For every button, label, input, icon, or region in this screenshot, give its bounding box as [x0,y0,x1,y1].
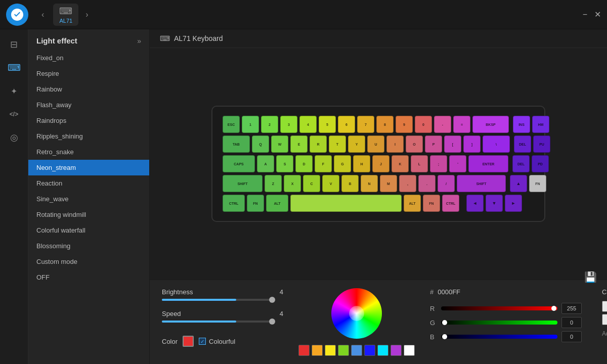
key-right[interactable]: ► [505,195,522,212]
key-e[interactable]: E [290,135,308,153]
key-p[interactable]: P [425,135,442,153]
key-lshift[interactable]: Shift [223,175,263,192]
key-fn2[interactable]: Fn [529,175,546,192]
key-a[interactable]: A [257,155,274,172]
key-s[interactable]: S [276,155,293,172]
key-left[interactable]: ◄ [466,195,484,212]
key-tab[interactable]: Tab [223,135,250,153]
preset-purple[interactable] [391,345,402,356]
key-up[interactable]: ▲ [510,175,527,192]
key-ralt[interactable]: Alt [404,195,421,212]
key-b[interactable]: B [341,175,359,192]
key-6[interactable]: 6 [338,116,355,133]
effect-item-reaction[interactable]: Reaction [28,175,149,191]
effect-item-sine-wave[interactable]: Sine_wave [28,191,149,207]
key-1[interactable]: 1 [242,116,259,133]
key-insert[interactable]: Ins [513,116,530,133]
add-custom-color-button[interactable]: Add [602,330,607,337]
effect-item-retro-snake[interactable]: Retro_snake [28,144,149,160]
key-n[interactable]: N [361,175,378,192]
brightness-thumb[interactable] [269,297,275,303]
b-value[interactable]: 0 [561,331,582,342]
colorful-checkbox-row[interactable]: ✓ Colourful [199,338,235,345]
effect-item-fixed-on[interactable]: Fixed_on [28,50,149,66]
key-rbracket[interactable]: ] [463,135,481,153]
key-lbracket[interactable]: [ [444,135,461,153]
sidebar-icon-sliders[interactable]: ⊟ [4,34,24,55]
key-r[interactable]: R [310,135,327,153]
key-w[interactable]: W [271,135,288,153]
key-comma[interactable]: , [399,175,416,192]
preset-darkblue[interactable] [364,345,375,356]
effect-item-respire[interactable]: Respire [28,66,149,81]
key-backspace[interactable]: Bksp [472,116,509,133]
key-j[interactable]: J [372,155,389,172]
preset-cyan[interactable] [377,345,388,356]
colorful-checkbox[interactable]: ✓ [199,338,206,345]
key-i[interactable]: I [386,135,404,153]
key-del[interactable]: Del [514,135,531,153]
g-thumb[interactable] [442,320,447,325]
key-pgup[interactable]: Pu [533,135,550,153]
key-y[interactable]: Y [348,135,365,153]
key-c[interactable]: C [303,175,320,192]
effect-item-custom-mode[interactable]: Custom mode [28,254,149,269]
key-g[interactable]: G [334,155,351,172]
preset-yellow[interactable] [325,345,336,356]
key-quote[interactable]: ' [449,155,466,172]
key-slash[interactable]: / [438,175,455,192]
effect-item-flash-away[interactable]: Flash_away [28,97,149,113]
custom-slot-6[interactable] [602,314,607,325]
preset-orange[interactable] [312,345,323,356]
preset-green[interactable] [338,345,349,356]
preset-red[interactable] [298,345,310,356]
nav-back-button[interactable]: ‹ [38,8,47,21]
key-d[interactable]: D [295,155,313,172]
effect-item-rainbow[interactable]: Rainbow [28,81,149,97]
key-k[interactable]: K [392,155,409,172]
key-f[interactable]: F [315,155,332,172]
key-rctrl[interactable]: Ctrl [442,195,459,212]
r-thumb[interactable] [551,306,556,311]
key-v[interactable]: V [322,175,339,192]
effect-item-ripples-shining[interactable]: Ripples_shining [28,128,149,144]
key-t[interactable]: T [329,135,346,153]
key-m[interactable]: M [380,175,397,192]
r-slider[interactable] [441,306,557,310]
key-lctrl[interactable]: Ctrl [223,195,245,212]
preset-white[interactable] [404,345,415,356]
effects-expand-button[interactable]: » [137,37,141,45]
key-esc[interactable]: Esc [223,116,240,133]
sidebar-icon-gauge[interactable]: ◎ [4,127,24,148]
effect-item-off[interactable]: OFF [28,269,149,285]
g-value[interactable]: 0 [561,317,582,328]
key-caps[interactable]: Caps [223,155,255,172]
key-0[interactable]: 0 [415,116,432,133]
key-lalt[interactable]: Alt [266,195,288,212]
key-rshift[interactable]: Shift [457,175,506,192]
key-4[interactable]: 4 [299,116,317,133]
key-h[interactable]: H [353,155,370,172]
key-z[interactable]: Z [265,175,282,192]
key-l[interactable]: L [411,155,428,172]
color-wheel[interactable] [331,288,382,339]
effect-item-colorful-waterfall[interactable]: Colorful waterfall [28,222,149,238]
nav-forward-button[interactable]: › [82,8,91,21]
key-2[interactable]: 2 [261,116,278,133]
key-x[interactable]: X [284,175,301,192]
key-period[interactable]: . [418,175,436,192]
key-fn[interactable]: Fn [247,195,264,212]
key-7[interactable]: 7 [357,116,374,133]
save-button[interactable]: 💾 [584,271,597,283]
effect-item-raindrops[interactable]: Raindrops [28,113,149,128]
effect-item-rotating-windmill[interactable]: Rotating windmill [28,207,149,222]
sidebar-icon-code[interactable]: </> [4,104,24,124]
minimize-button[interactable]: − [583,10,587,19]
sidebar-icon-lighting[interactable]: ✦ [4,81,24,101]
key-8[interactable]: 8 [376,116,394,133]
speed-thumb[interactable] [269,318,275,325]
key-down[interactable]: ▼ [486,195,503,212]
effect-item-neon-stream[interactable]: Neon_stream [28,160,149,175]
preset-blue[interactable] [351,345,362,356]
key-minus[interactable]: - [434,116,451,133]
